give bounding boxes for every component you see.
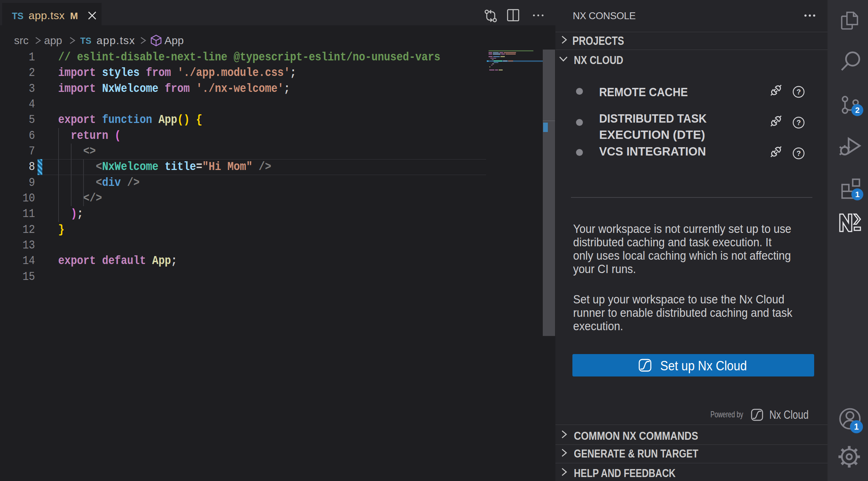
svg-text:?: ? <box>796 119 801 127</box>
svg-text:?: ? <box>796 88 801 96</box>
svg-text:?: ? <box>796 149 801 157</box>
